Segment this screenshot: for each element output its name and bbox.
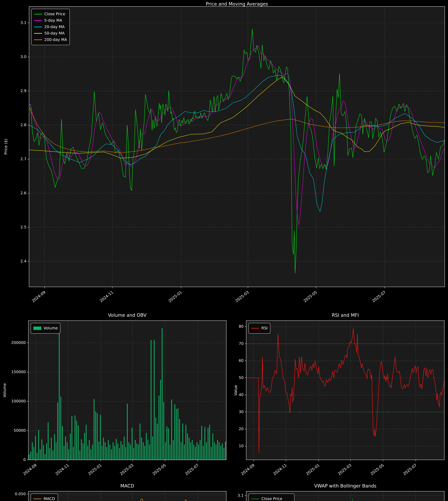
rsi-chart-ylabel: Value	[233, 385, 238, 395]
y-tick-label: 20	[239, 427, 244, 431]
y-tick-label: 50000	[14, 428, 26, 433]
legend-swatch	[33, 326, 41, 330]
x-tick-label: 2025-05	[303, 290, 318, 303]
x-tick-label: 2024-11	[54, 463, 70, 476]
legend-label: 200-day MA	[44, 37, 67, 42]
y-tick-label: 200000	[11, 340, 26, 345]
vwap-chart-title: VWAP with Bollinger Bands	[314, 483, 376, 489]
x-tick-label: 2024-09	[22, 463, 37, 476]
y-tick-label: 10	[239, 444, 244, 448]
y-tick-label: 2.4	[20, 259, 26, 263]
legend-price: Close Price5-day MA20-day MA50-day MA200…	[32, 9, 70, 45]
y-tick-label: 60	[239, 358, 244, 363]
x-tick-label: 2025-03	[235, 290, 250, 303]
y-tick-label: 2.6	[20, 191, 26, 195]
x-tick-label: 2024-09	[31, 290, 46, 303]
y-tick-label: 70	[239, 341, 244, 346]
y-tick-label: 3.1	[238, 493, 244, 498]
rsi-chart-title: RSI and MFI	[332, 312, 359, 318]
y-tick-label: 2.8	[20, 123, 26, 127]
legend-volume: Volume	[31, 323, 60, 333]
legend-label: 5-day MA	[44, 18, 62, 23]
x-tick-label: 2025-07	[184, 463, 199, 476]
legend-vwap: Close PriceVWAPVWAP BB UpperVWAP BB Lowe…	[249, 494, 294, 501]
macd-chart-title: MACD	[120, 483, 134, 489]
legend-label: RSI	[261, 326, 268, 330]
x-tick-label: 2025-05	[369, 463, 385, 476]
y-tick-label: 0.050	[15, 492, 26, 496]
x-tick-label: 2025-03	[119, 463, 134, 476]
y-tick-label: 3.1	[20, 20, 26, 25]
legend-label: MACD	[44, 497, 55, 501]
y-tick-label: 0	[23, 457, 26, 462]
legend-label: Close Price	[44, 12, 65, 16]
x-tick-label: 2024-09	[240, 463, 255, 476]
price-chart-ylabel: Price ($)	[4, 139, 8, 155]
volume-chart-title: Volume and OBV	[108, 312, 147, 318]
y-tick-label: 3.0	[20, 54, 26, 59]
chart-vwap: 2.42.52.62.72.82.93.03.12024-092024-1120…	[238, 491, 444, 501]
legend-macd: MACDSignal	[31, 494, 58, 501]
x-tick-label: 2025-03	[337, 463, 352, 476]
x-tick-label: 2025-01	[168, 290, 183, 303]
chart-price: 2.42.52.62.72.82.93.03.12024-092024-1120…	[20, 6, 445, 303]
y-tick-label: 80	[239, 324, 244, 329]
legend-label: Close Price	[261, 497, 282, 501]
x-tick-label: 2025-07	[371, 290, 386, 303]
x-tick-label: 2025-01	[305, 463, 320, 476]
y-tick-label: 2.7	[20, 157, 26, 161]
chart-volume: 0500001000001500002000002024-092024-1120…	[11, 321, 226, 476]
volume-chart-ylabel: Volume	[2, 383, 7, 397]
price-chart-title: Price and Moving Averages	[206, 1, 268, 7]
legend-rsi: RSI	[249, 323, 270, 333]
x-tick-label: 2024-11	[272, 463, 288, 476]
legend-label: 50-day MA	[44, 31, 65, 35]
y-tick-label: 100000	[11, 399, 26, 403]
x-tick-label: 2025-01	[87, 463, 102, 476]
chart-rsi: 10203040506070802024-092024-112025-01202…	[239, 321, 444, 476]
y-tick-label: 50	[239, 375, 244, 380]
technical-analysis-dashboard: 2.42.52.62.72.82.93.03.12024-092024-1120…	[0, 0, 448, 501]
legend-label: Volume	[44, 326, 58, 330]
chart-canvas: 2.42.52.62.72.82.93.03.12024-092024-1120…	[0, 0, 448, 501]
y-tick-label: 40	[239, 392, 244, 397]
y-tick-label: 150000	[11, 370, 26, 374]
legend-label: 20-day MA	[44, 25, 65, 29]
x-tick-label: 2025-07	[402, 463, 417, 476]
chart-macd: 0.0500.0250.000−0.025−0.050−0.075−0.100−…	[12, 491, 226, 501]
y-tick-label: 2.5	[20, 225, 26, 229]
y-tick-label: 30	[239, 409, 244, 414]
x-tick-label: 2024-11	[99, 290, 114, 303]
y-tick-label: 2.9	[20, 89, 26, 93]
x-tick-label: 2025-05	[151, 463, 167, 476]
